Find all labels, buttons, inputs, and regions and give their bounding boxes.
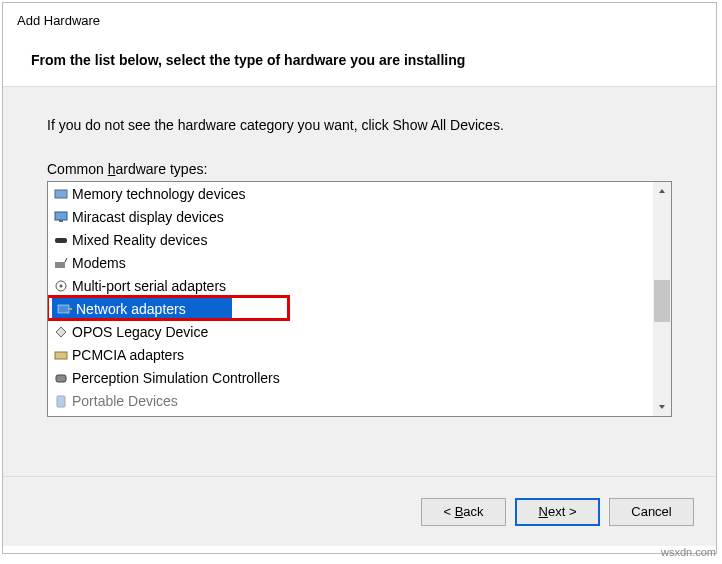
list-item[interactable]: Mixed Reality devices [48, 228, 653, 251]
svg-rect-13 [57, 396, 65, 407]
svg-rect-1 [55, 212, 67, 220]
list-item-label: Multi-port serial adapters [72, 278, 226, 294]
svg-rect-11 [55, 352, 67, 359]
svg-point-7 [60, 284, 63, 287]
list-item[interactable]: Modems [48, 251, 653, 274]
dialog-title: Add Hardware [17, 13, 702, 28]
portable-icon [52, 393, 70, 409]
list-item-label: Network adapters [76, 301, 186, 317]
svg-rect-9 [69, 308, 72, 310]
list-item-label: Miracast display devices [72, 209, 224, 225]
svg-rect-12 [56, 375, 66, 382]
scrollbar-thumb[interactable] [654, 280, 670, 322]
list-item[interactable]: OPOS Legacy Device [48, 320, 653, 343]
svg-rect-3 [55, 238, 67, 243]
list-item-label: Modems [72, 255, 126, 271]
list-label: Common hardware types: [47, 161, 672, 177]
dialog-footer: < Back Next > Cancel [3, 476, 716, 546]
list-item-label: PCMCIA adapters [72, 347, 184, 363]
hardware-types-listbox[interactable]: Memory technology devices Miracast displ… [47, 181, 672, 417]
svg-line-5 [65, 258, 67, 262]
list-item-label: OPOS Legacy Device [72, 324, 208, 340]
list-item-label: Perception Simulation Controllers [72, 370, 280, 386]
dialog-header: Add Hardware From the list below, select… [3, 3, 716, 86]
chevron-down-icon [658, 404, 666, 410]
list-item-label: Portable Devices [72, 393, 178, 409]
list-item[interactable]: PCMCIA adapters [48, 343, 653, 366]
list-item[interactable]: Memory technology devices [48, 182, 653, 205]
list-item-label: Memory technology devices [72, 186, 246, 202]
hint-text: If you do not see the hardware category … [47, 117, 672, 133]
list-item[interactable]: Miracast display devices [48, 205, 653, 228]
back-button[interactable]: < Back [421, 498, 506, 526]
svg-marker-14 [659, 189, 665, 193]
svg-rect-2 [59, 220, 63, 222]
scrollbar-track[interactable] [653, 200, 671, 398]
list-item[interactable]: Perception Simulation Controllers [48, 366, 653, 389]
svg-rect-8 [58, 305, 69, 313]
header-instruction: From the list below, select the type of … [17, 52, 702, 68]
card-icon [52, 347, 70, 363]
list-item-label: Mixed Reality devices [72, 232, 207, 248]
attribution-text: wsxdn.com [661, 546, 716, 558]
next-button[interactable]: Next > [515, 498, 600, 526]
scroll-down-button[interactable] [653, 398, 671, 416]
svg-marker-10 [56, 327, 66, 337]
svg-marker-15 [659, 405, 665, 409]
monitor-icon [52, 209, 70, 225]
add-hardware-dialog: Add Hardware From the list below, select… [2, 2, 717, 554]
list-item[interactable]: Portable Devices [48, 389, 653, 412]
list-item-selected[interactable]: Network adapters [48, 297, 653, 320]
diamond-icon [52, 324, 70, 340]
controller-icon [52, 370, 70, 386]
cancel-button[interactable]: Cancel [609, 498, 694, 526]
svg-rect-0 [55, 190, 67, 198]
scrollbar[interactable] [653, 182, 671, 416]
port-icon [52, 278, 70, 294]
modem-icon [52, 255, 70, 271]
headset-icon [52, 232, 70, 248]
chip-icon [52, 186, 70, 202]
list-item[interactable]: Multi-port serial adapters [48, 274, 653, 297]
scroll-up-button[interactable] [653, 182, 671, 200]
svg-rect-4 [55, 262, 65, 268]
chevron-up-icon [658, 188, 666, 194]
network-icon [56, 301, 74, 317]
dialog-body: If you do not see the hardware category … [3, 87, 716, 476]
